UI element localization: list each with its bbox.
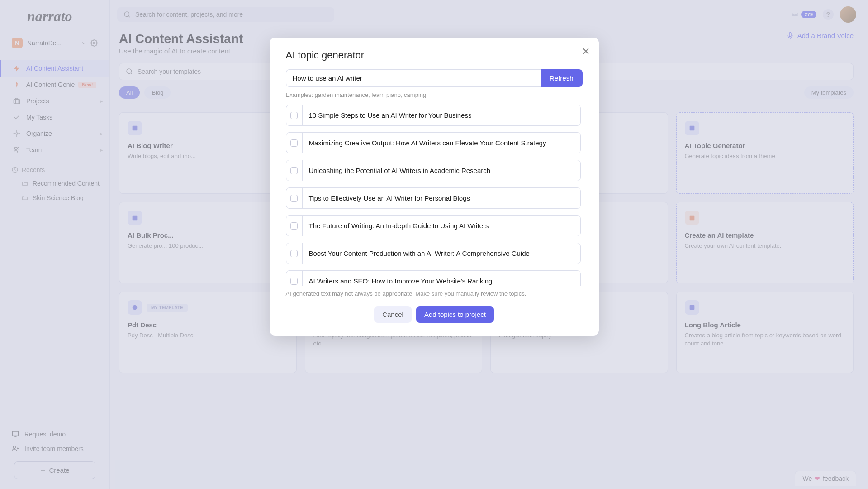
cancel-button[interactable]: Cancel	[374, 306, 412, 323]
topic-row-4: The Future of Writing: An In-depth Guide…	[286, 215, 581, 236]
topic-checkbox[interactable]	[290, 250, 298, 257]
topic-checkbox[interactable]	[290, 112, 298, 119]
topic-text: Boost Your Content Production with an AI…	[303, 243, 580, 264]
topic-checkbox-wrap	[286, 133, 303, 153]
topic-checkbox-wrap	[286, 243, 303, 264]
modal-footer: Cancel Add topics to project	[286, 306, 583, 323]
add-topics-button[interactable]: Add topics to project	[416, 306, 494, 323]
topic-checkbox-wrap	[286, 271, 303, 286]
topic-checkbox[interactable]	[290, 195, 298, 202]
topic-checkbox-wrap	[286, 160, 303, 181]
topic-text: Tips to Effectively Use an AI Writer for…	[303, 188, 580, 208]
topic-row-1: Maximizing Creative Output: How AI Write…	[286, 132, 581, 153]
topic-text: Maximizing Creative Output: How AI Write…	[303, 133, 580, 153]
close-icon[interactable]: ✕	[582, 46, 590, 58]
topic-checkbox[interactable]	[290, 222, 298, 230]
topic-row-5: Boost Your Content Production with an AI…	[286, 243, 581, 264]
topic-checkbox-wrap	[286, 105, 303, 125]
topic-checkbox-wrap	[286, 188, 303, 208]
topic-row-3: Tips to Effectively Use an AI Writer for…	[286, 187, 581, 209]
topic-checkbox[interactable]	[290, 278, 298, 285]
topic-text: 10 Simple Steps to Use an AI Writer for …	[303, 105, 580, 125]
topic-generator-modal: ✕ AI topic generator Refresh Examples: g…	[270, 38, 599, 336]
topic-input[interactable]	[286, 69, 541, 87]
topic-text: Unleashing the Potential of AI Writers i…	[303, 160, 580, 181]
topic-checkbox[interactable]	[290, 139, 298, 147]
topic-checkbox[interactable]	[290, 167, 298, 174]
topic-text: AI Writers and SEO: How to Improve Your …	[303, 271, 580, 286]
topic-checkbox-wrap	[286, 216, 303, 236]
topic-row-0: 10 Simple Steps to Use an AI Writer for …	[286, 105, 581, 126]
refresh-button[interactable]: Refresh	[541, 69, 583, 87]
examples-text: Examples: garden maintenance, learn pian…	[286, 91, 583, 98]
topics-list[interactable]: 10 Simple Steps to Use an AI Writer for …	[286, 105, 583, 286]
modal-title: AI topic generator	[286, 49, 583, 61]
disclaimer-text: AI generated text may not always be appr…	[286, 290, 583, 297]
topic-text: The Future of Writing: An In-depth Guide…	[303, 216, 580, 236]
topic-row-2: Unleashing the Potential of AI Writers i…	[286, 160, 581, 181]
topic-input-row: Refresh	[286, 69, 583, 87]
topic-row-6: AI Writers and SEO: How to Improve Your …	[286, 270, 581, 286]
